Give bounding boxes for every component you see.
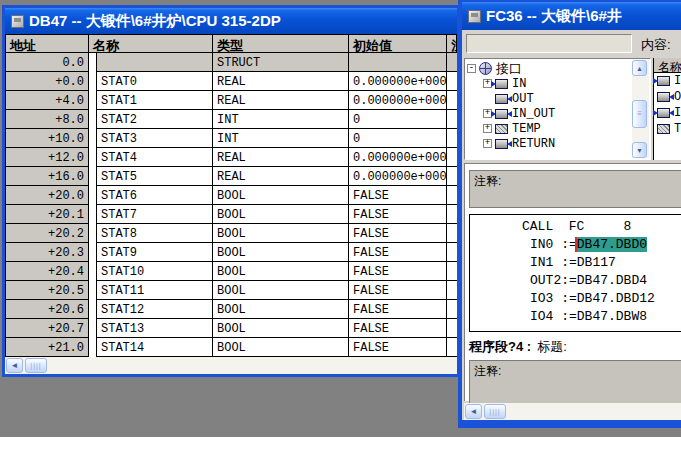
cell-initial-value[interactable]: FALSE — [349, 186, 447, 205]
tree-item[interactable]: + IN_OUT — [467, 106, 632, 121]
cell-comment[interactable] — [447, 338, 457, 357]
cell-type[interactable]: INT — [213, 129, 349, 148]
collapse-expander-icon[interactable]: - — [467, 64, 476, 73]
cell-comment[interactable] — [447, 91, 457, 110]
cell-comment[interactable] — [447, 72, 457, 91]
cell-name[interactable]: STAT3 — [96, 129, 213, 148]
stl-code-block[interactable]: CALL FC 8 IN0 :=DB47.DBD0 IN1 :=DB117 OU… — [469, 214, 681, 332]
cell-initial-value[interactable] — [349, 53, 447, 72]
cell-type[interactable]: REAL — [213, 72, 349, 91]
cell-type[interactable]: BOOL — [213, 243, 349, 262]
table-row[interactable]: +16.0 STAT5 REAL 0.000000e+000 — [6, 167, 457, 186]
cell-initial-value[interactable]: FALSE — [349, 300, 447, 319]
table-row[interactable]: +12.0 STAT4 REAL 0.000000e+000 — [6, 148, 457, 167]
cell-type[interactable]: BOOL — [213, 224, 349, 243]
cell-initial-value[interactable]: FALSE — [349, 338, 447, 357]
cell-initial-value[interactable]: FALSE — [349, 243, 447, 262]
cell-type[interactable]: BOOL — [213, 205, 349, 224]
table-row[interactable]: +20.1 STAT7 BOOL FALSE — [6, 205, 457, 224]
db47-horizontal-scrollbar[interactable]: ◄ — [5, 357, 457, 374]
code-line-call[interactable]: CALL FC 8 — [470, 219, 681, 237]
cell-comment[interactable] — [447, 53, 457, 72]
cell-comment[interactable] — [447, 300, 457, 319]
scroll-left-button[interactable]: ◄ — [465, 404, 482, 419]
scrollbar-thumb[interactable]: ≡ — [632, 100, 647, 128]
cell-type[interactable]: STRUCT — [213, 53, 349, 72]
table-row[interactable]: +20.2 STAT8 BOOL FALSE — [6, 224, 457, 243]
code-line-parameter[interactable]: IN1 :=DB117 — [470, 255, 681, 273]
cell-type[interactable]: BOOL — [213, 338, 349, 357]
table-row[interactable]: +20.7 STAT13 BOOL FALSE — [6, 319, 457, 338]
cell-initial-value[interactable]: FALSE — [349, 224, 447, 243]
cell-comment[interactable] — [447, 110, 457, 129]
cell-name[interactable]: STAT13 — [96, 319, 213, 338]
list-item[interactable]: IN — [654, 73, 681, 89]
parameter-value[interactable]: DB47.DBD0 — [577, 237, 647, 252]
fc36-titlebar[interactable]: FC36 -- 大锻件\6#井 — [462, 2, 681, 30]
scrollbar-thumb[interactable] — [484, 404, 506, 419]
table-row[interactable]: +4.0 STAT1 REAL 0.000000e+000 — [6, 91, 457, 110]
cell-comment[interactable] — [447, 224, 457, 243]
code-line-parameter[interactable]: IO4 :=DB47.DBW8 — [470, 309, 681, 327]
cell-type[interactable]: BOOL — [213, 319, 349, 338]
cell-type[interactable]: REAL — [213, 148, 349, 167]
cell-comment[interactable] — [447, 186, 457, 205]
cell-type[interactable]: REAL — [213, 167, 349, 186]
table-row[interactable]: 0.0 STRUCT — [6, 53, 457, 72]
cell-initial-value[interactable]: FALSE — [349, 319, 447, 338]
cell-name[interactable]: STAT10 — [96, 262, 213, 281]
list-item[interactable]: TEMP — [654, 121, 681, 137]
code-line-parameter[interactable]: IO3 :=DB47.DBD12 — [470, 291, 681, 309]
table-row[interactable]: +8.0 STAT2 INT 0 — [6, 110, 457, 129]
tree-item[interactable]: + RETURN — [467, 136, 632, 151]
cell-type[interactable]: BOOL — [213, 186, 349, 205]
cell-name[interactable]: STAT14 — [96, 338, 213, 357]
cell-comment[interactable] — [447, 281, 457, 300]
cell-initial-value[interactable]: FALSE — [349, 205, 447, 224]
tree-item[interactable]: + IN — [467, 76, 632, 91]
cell-initial-value[interactable]: 0.000000e+000 — [349, 91, 447, 110]
cell-type[interactable]: BOOL — [213, 281, 349, 300]
code-line-parameter[interactable]: OUT2:=DB47.DBD4 — [470, 273, 681, 291]
table-row[interactable]: +20.5 STAT11 BOOL FALSE — [6, 281, 457, 300]
parameter-value[interactable]: DB117 — [577, 255, 616, 270]
cell-name[interactable]: STAT12 — [96, 300, 213, 319]
tree-vertical-scrollbar[interactable]: ▲ ≡ ▼ — [632, 60, 649, 158]
cell-comment[interactable] — [447, 243, 457, 262]
cell-name[interactable] — [96, 53, 213, 72]
tree-item[interactable]: + TEMP — [467, 121, 632, 136]
cell-name[interactable]: STAT6 — [96, 186, 213, 205]
parameter-value[interactable]: DB47.DBD4 — [577, 273, 647, 288]
cell-comment[interactable] — [447, 167, 457, 186]
cell-comment[interactable] — [447, 148, 457, 167]
network-comment-box[interactable]: 注释: — [469, 170, 681, 208]
cell-name[interactable]: STAT9 — [96, 243, 213, 262]
cell-initial-value[interactable]: FALSE — [349, 281, 447, 300]
cell-type[interactable]: BOOL — [213, 262, 349, 281]
cell-type[interactable]: REAL — [213, 91, 349, 110]
scrollbar-thumb[interactable] — [25, 358, 47, 373]
tree-item-interface[interactable]: - 接口 — [467, 61, 632, 76]
scroll-left-button[interactable]: ◄ — [6, 358, 23, 373]
network-comment-box-2[interactable]: 注释: — [469, 360, 681, 404]
cell-name[interactable]: STAT5 — [96, 167, 213, 186]
fc36-horizontal-scrollbar[interactable]: ◄ — [464, 403, 681, 420]
tree-item[interactable]: OUT — [467, 91, 632, 106]
scroll-up-button[interactable]: ▲ — [632, 60, 647, 76]
table-row[interactable]: +20.0 STAT6 BOOL FALSE — [6, 186, 457, 205]
cell-initial-value[interactable]: 0 — [349, 110, 447, 129]
cell-name[interactable]: STAT4 — [96, 148, 213, 167]
cell-initial-value[interactable]: 0.000000e+000 — [349, 72, 447, 91]
scroll-down-button[interactable]: ▼ — [632, 142, 647, 158]
list-item[interactable]: IN_OUT — [654, 105, 681, 121]
cell-comment[interactable] — [447, 129, 457, 148]
table-row[interactable]: +20.6 STAT12 BOOL FALSE — [6, 300, 457, 319]
table-row[interactable]: +10.0 STAT3 INT 0 — [6, 129, 457, 148]
cell-type[interactable]: BOOL — [213, 300, 349, 319]
expander-icon[interactable]: + — [483, 139, 492, 148]
cell-initial-value[interactable]: 0 — [349, 129, 447, 148]
cell-name[interactable]: STAT0 — [96, 72, 213, 91]
cell-comment[interactable] — [447, 319, 457, 338]
cell-name[interactable]: STAT8 — [96, 224, 213, 243]
cell-initial-value[interactable]: 0.000000e+000 — [349, 167, 447, 186]
